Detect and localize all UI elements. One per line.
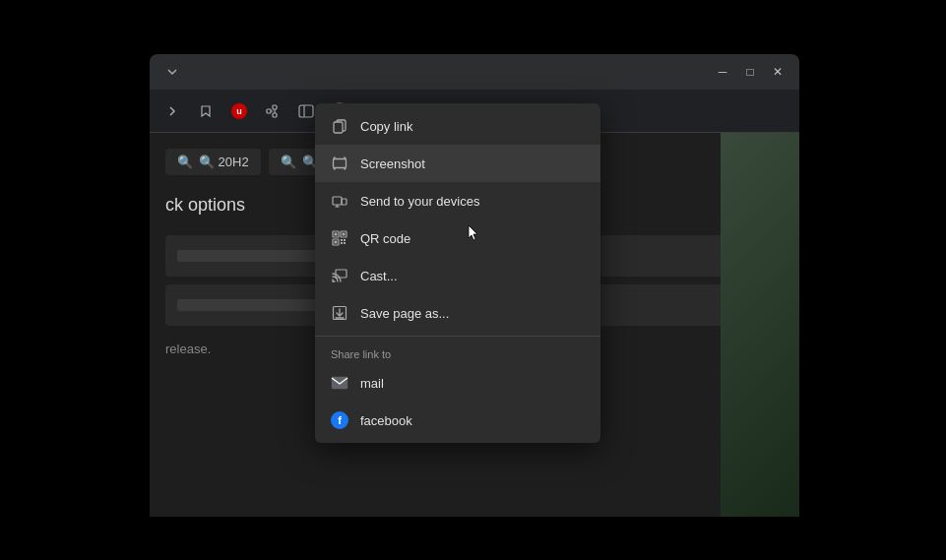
svg-rect-2 bbox=[273, 113, 277, 117]
close-button[interactable]: ✕ bbox=[764, 58, 791, 86]
qr-code-icon bbox=[331, 229, 348, 247]
title-bar-left bbox=[158, 57, 187, 87]
send-to-devices-label: Send to your devices bbox=[360, 194, 479, 209]
title-bar: ─ □ ✕ bbox=[150, 54, 799, 90]
svg-rect-15 bbox=[335, 233, 338, 236]
bookmark-icon[interactable] bbox=[191, 96, 221, 126]
save-page-label: Save page as... bbox=[360, 306, 449, 321]
save-page-icon bbox=[331, 304, 348, 322]
svg-rect-21 bbox=[344, 242, 346, 244]
forward-icon[interactable] bbox=[158, 96, 187, 126]
extensions-icon[interactable] bbox=[258, 96, 287, 126]
qr-code-label: QR code bbox=[360, 231, 410, 246]
right-panel-image bbox=[721, 133, 799, 517]
svg-rect-17 bbox=[335, 241, 338, 244]
svg-rect-3 bbox=[299, 105, 313, 117]
menu-item-qr-code[interactable]: QR code bbox=[315, 219, 600, 257]
svg-rect-0 bbox=[267, 109, 271, 113]
svg-rect-20 bbox=[341, 242, 343, 244]
menu-item-save-page[interactable]: Save page as... bbox=[315, 294, 600, 332]
svg-rect-1 bbox=[273, 105, 277, 109]
menu-item-cast[interactable]: Cast... bbox=[315, 257, 600, 294]
facebook-label: facebook bbox=[360, 413, 412, 428]
restore-button[interactable]: □ bbox=[736, 58, 764, 86]
menu-item-mail[interactable]: mail bbox=[315, 364, 600, 402]
cast-label: Cast... bbox=[360, 269, 398, 283]
svg-rect-24 bbox=[332, 377, 347, 389]
title-bar-controls: ─ □ ✕ bbox=[709, 58, 791, 86]
context-menu: Copy link Screenshot Send to your device… bbox=[315, 103, 600, 443]
svg-rect-22 bbox=[336, 270, 347, 278]
menu-divider bbox=[315, 336, 600, 337]
svg-rect-9 bbox=[334, 159, 347, 168]
mail-icon bbox=[331, 374, 348, 392]
facebook-icon: f bbox=[331, 411, 348, 429]
copy-link-label: Copy link bbox=[360, 119, 412, 134]
svg-rect-10 bbox=[333, 197, 342, 205]
ublocker-icon[interactable]: u bbox=[224, 96, 254, 126]
copy-link-icon bbox=[331, 117, 348, 135]
screenshot-icon bbox=[331, 155, 348, 172]
search-icon: 🔍 bbox=[177, 155, 193, 169]
search-tag-20h2: 🔍 🔍 20H2 bbox=[165, 149, 261, 175]
svg-rect-16 bbox=[343, 233, 346, 236]
send-devices-icon bbox=[331, 192, 348, 210]
menu-item-facebook[interactable]: f facebook bbox=[315, 402, 600, 439]
menu-item-copy-link[interactable]: Copy link bbox=[315, 107, 600, 145]
share-section-label: Share link to bbox=[315, 341, 600, 364]
cast-icon bbox=[331, 267, 348, 284]
svg-rect-11 bbox=[342, 199, 347, 205]
svg-rect-8 bbox=[334, 122, 343, 133]
chevron-down-icon[interactable] bbox=[158, 57, 187, 87]
menu-item-screenshot[interactable]: Screenshot bbox=[315, 145, 600, 182]
svg-rect-18 bbox=[341, 239, 343, 241]
mail-label: mail bbox=[360, 376, 384, 391]
minimize-button[interactable]: ─ bbox=[709, 58, 736, 86]
svg-rect-19 bbox=[344, 239, 346, 241]
search-icon-2: 🔍 bbox=[281, 155, 296, 169]
menu-item-send-to-devices[interactable]: Send to your devices bbox=[315, 182, 600, 219]
screenshot-label: Screenshot bbox=[360, 156, 425, 171]
